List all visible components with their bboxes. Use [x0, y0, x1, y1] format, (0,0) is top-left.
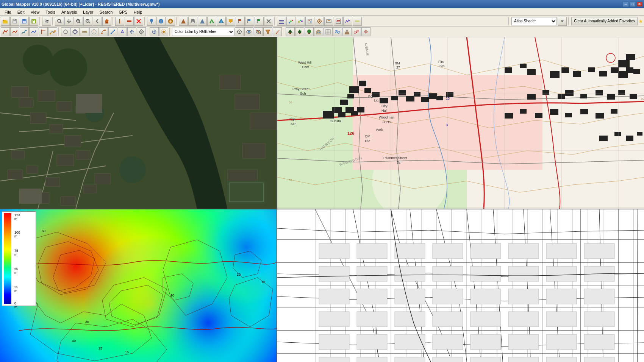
minimize-button[interactable]: ─ [623, 2, 629, 7]
menu-help[interactable]: Help [131, 9, 145, 15]
grid-button[interactable] [324, 27, 333, 36]
pan-button[interactable] [64, 17, 73, 26]
flag2-button[interactable] [245, 17, 254, 26]
ruler-button[interactable] [80, 27, 89, 36]
view-topo[interactable] [277, 37, 644, 209]
close-button[interactable]: ✕ [636, 2, 642, 7]
rotate-button[interactable] [61, 27, 70, 36]
lidar6-button[interactable] [334, 17, 343, 26]
mountain-button[interactable] [342, 27, 352, 36]
open-button[interactable] [1, 17, 10, 26]
menu-layer[interactable]: Layer [80, 9, 97, 15]
svg-point-100 [239, 31, 240, 33]
menu-tools[interactable]: Tools [42, 9, 58, 15]
elevation-button2[interactable] [188, 17, 197, 26]
elevation-button3[interactable] [198, 17, 207, 26]
close2-button[interactable] [264, 17, 273, 26]
lidar3-button[interactable] [305, 17, 314, 26]
menu-edit[interactable]: Edit [14, 9, 28, 15]
delete-button[interactable] [134, 17, 143, 26]
tree3-button[interactable] [305, 27, 314, 36]
menu-analysis[interactable]: Analysis [58, 9, 80, 15]
measure-button[interactable] [166, 17, 175, 26]
view-aerial[interactable] [0, 37, 277, 209]
draw-point-button[interactable] [115, 17, 124, 26]
layers-button[interactable] [277, 17, 286, 26]
clear-favorites-button[interactable]: Clear Automatically Added Favorites [571, 17, 638, 25]
legend-label-0m: 0 m [14, 301, 17, 309]
flag-button[interactable] [236, 17, 245, 26]
export2-button[interactable] [255, 17, 264, 26]
polyline-button[interactable] [1, 27, 10, 36]
spline-button[interactable] [10, 27, 19, 36]
lidar-dropdown[interactable]: Color Lidar by RGB/Elev [172, 28, 234, 36]
shader-options-button[interactable] [558, 17, 567, 26]
search-button[interactable] [55, 17, 64, 26]
svg-rect-120 [319, 32, 320, 33]
edit-vertices[interactable] [48, 27, 57, 36]
elevation-button4[interactable] [207, 17, 216, 26]
lidar8-button[interactable] [353, 17, 362, 26]
tree1-button[interactable] [286, 27, 295, 36]
save-workspace-button[interactable] [10, 17, 19, 26]
compass-button[interactable] [89, 27, 98, 36]
lidar-settings-button[interactable] [235, 27, 244, 36]
maximize-button[interactable]: □ [630, 2, 636, 7]
3d-rotate-button[interactable] [70, 27, 80, 36]
freehand-button[interactable] [20, 27, 29, 36]
menu-gps[interactable]: GPS [116, 9, 130, 15]
building-button[interactable] [314, 27, 323, 36]
configure-button[interactable] [42, 17, 51, 26]
move-button[interactable] [127, 27, 136, 36]
elevation-button5[interactable] [217, 17, 226, 26]
filter-button[interactable] [263, 27, 272, 36]
svg-point-76 [53, 31, 54, 33]
path2-button[interactable] [108, 27, 117, 36]
path-button[interactable] [99, 27, 108, 36]
svg-point-31 [150, 19, 153, 22]
svg-marker-72 [561, 20, 564, 22]
lidar-eye-button[interactable] [244, 27, 253, 36]
menu-file[interactable]: File [2, 9, 14, 15]
water-button[interactable] [333, 27, 342, 36]
marker-button[interactable] [226, 17, 235, 26]
brush-button[interactable] [273, 27, 282, 36]
path3-button[interactable] [118, 27, 127, 36]
toolbar1: i Atlas Shader Clear Automatically Added… [0, 16, 644, 27]
snap-button[interactable] [150, 27, 159, 36]
lidar1-button[interactable] [286, 17, 295, 26]
view-lidar[interactable]: 123 m 100 m 75 m 50 m 25 m 0 m [0, 209, 277, 362]
draw-line-button[interactable] [125, 17, 134, 26]
favorites-label: Clear Automatically Added Favorites [574, 19, 635, 23]
zoom-in-button[interactable] [74, 17, 83, 26]
elevation-button1[interactable] [179, 17, 188, 26]
back-button[interactable] [93, 17, 102, 26]
crosshair-button[interactable] [361, 27, 370, 36]
rectangle-select[interactable] [39, 27, 48, 36]
polygon-button[interactable] [29, 27, 38, 36]
lidar5-button[interactable] [324, 17, 333, 26]
info-button[interactable]: i [156, 17, 166, 26]
toolbar-right: Atlas Shader Clear Automatically Added F… [508, 17, 643, 26]
waypoint-button[interactable] [147, 17, 156, 26]
dots-button[interactable] [352, 27, 361, 36]
svg-rect-122 [326, 30, 330, 34]
separator5 [176, 17, 178, 25]
lidar-eye2-button[interactable] [254, 27, 263, 36]
paste-button[interactable] [137, 27, 146, 36]
tree2-button[interactable] [295, 27, 304, 36]
favorites-star-icon[interactable]: ★ [638, 18, 643, 24]
save-button[interactable] [20, 17, 29, 26]
menu-search[interactable]: Search [97, 9, 116, 15]
export-button[interactable] [29, 17, 38, 26]
lidar7-button[interactable] [343, 17, 352, 26]
buffer-button[interactable] [159, 27, 168, 36]
lidar4-button[interactable] [315, 17, 324, 26]
svg-marker-121 [316, 30, 321, 31]
menu-view[interactable]: View [28, 9, 43, 15]
shader-dropdown[interactable]: Atlas Shader [511, 17, 557, 25]
lidar2-button[interactable] [296, 17, 305, 26]
home-button[interactable] [102, 17, 111, 26]
zoom-out-button[interactable] [83, 17, 92, 26]
view-street[interactable] [277, 209, 644, 362]
